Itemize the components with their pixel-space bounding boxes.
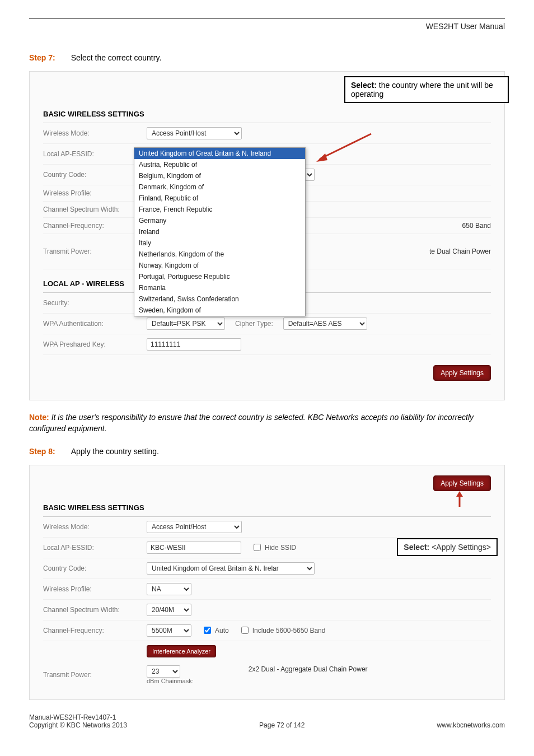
psk-label: WPA Preshared Key:	[43, 340, 147, 348]
footer-copyright: Copyright © KBC Networks 2013	[29, 721, 127, 729]
country-code-label: Country Code:	[43, 564, 147, 572]
footer-url: www.kbcnetworks.com	[437, 721, 505, 729]
auto-label: Auto	[215, 627, 229, 634]
svg-marker-2	[456, 491, 463, 497]
csw-label: Channel Spectrum Width:	[43, 606, 147, 614]
wireless-profile-label: Wireless Profile:	[43, 585, 147, 593]
country-code-label: Country Code:	[43, 171, 147, 179]
country-option[interactable]: United Kingdom of Great Britain & N. Ire…	[134, 148, 305, 159]
country-dropdown-list[interactable]: United Kingdom of Great Britain & N. Ire…	[134, 147, 306, 316]
country-option[interactable]: France, French Republic	[134, 204, 305, 215]
step8-text: Apply the country setting.	[71, 447, 159, 456]
note-label: Note:	[29, 413, 49, 422]
step7-label: Step 7:	[29, 53, 55, 62]
wireless-mode-label: Wireless Mode:	[43, 129, 147, 137]
apply-settings-button[interactable]: Apply Settings	[433, 475, 491, 491]
section-basic-wireless: BASIC WIRELESS SETTINGS	[43, 499, 491, 517]
hide-ssid-label: Hide SSID	[265, 544, 296, 552]
callout-apply-settings: Select: <Apply Settings>	[397, 538, 498, 556]
country-code-select[interactable]: United Kingdom of Great Britain & N. Ire…	[147, 562, 315, 575]
country-option[interactable]: Austria, Republic of	[134, 159, 305, 170]
interference-analyzer-button[interactable]: Interference Analyzer	[147, 645, 216, 657]
note-body: It is the user's responsibility to ensur…	[29, 413, 474, 433]
include-band-label: Include 5600-5650 Band	[252, 627, 326, 634]
essid-label: Local AP-ESSID:	[43, 150, 147, 158]
wpa-auth-label: WPA Authentication:	[43, 320, 147, 328]
step8-label: Step 8:	[29, 447, 55, 456]
cf-select[interactable]: 5500M	[147, 624, 191, 637]
cipher-label: Cipher Type:	[235, 320, 273, 328]
hide-ssid-checkbox[interactable]	[254, 544, 261, 551]
country-option[interactable]: Sweden, Kingdom of	[134, 305, 305, 316]
country-option[interactable]: Switzerland, Swiss Confederation	[134, 293, 305, 305]
country-option[interactable]: Denmark, Kingdom of	[134, 181, 305, 193]
country-option[interactable]: Finland, Republic of	[134, 193, 305, 204]
footer-page: Page 72 of 142	[259, 721, 305, 729]
security-label: Security:	[43, 299, 147, 307]
callout-select-country: Select: the country where the unit will …	[344, 76, 509, 103]
chainmask-label: dBm Chainmask:	[147, 678, 194, 684]
aggregate-power-text: 2x2 Dual - Aggregate Dual Chain Power	[249, 665, 368, 673]
include-band-checkbox[interactable]	[241, 627, 249, 634]
wireless-mode-select[interactable]: Access Point/Host	[147, 521, 242, 533]
country-option[interactable]: Belgium, Kingdom of	[134, 170, 305, 181]
chainpower-text: te Dual Chain Power	[429, 248, 491, 255]
band-text: 650 Band	[462, 222, 491, 230]
svg-marker-0	[316, 153, 327, 162]
essid-label: Local AP-ESSID:	[43, 544, 147, 552]
country-option[interactable]: Germany	[134, 215, 305, 226]
step7-text: Select the correct country.	[71, 53, 162, 62]
csw-label: Channel Spectrum Width:	[43, 206, 147, 213]
wpa-auth-select[interactable]: Default=PSK PSK	[147, 318, 225, 330]
cf-label: Channel-Frequency:	[43, 222, 147, 230]
country-option[interactable]: Ireland	[134, 226, 305, 237]
doc-title: WES2HT User Manual	[29, 22, 505, 31]
tp-select[interactable]: 23	[147, 665, 180, 678]
apply-settings-button[interactable]: Apply Settings	[433, 365, 491, 381]
tp-label: Transmit Power:	[43, 671, 147, 679]
wireless-mode-label: Wireless Mode:	[43, 523, 147, 531]
arrow-up-icon	[454, 491, 465, 508]
section-basic-wireless: BASIC WIRELESS SETTINGS	[43, 105, 491, 123]
cipher-select[interactable]: Default=AES AES	[283, 318, 367, 330]
wireless-profile-select[interactable]: NA	[147, 583, 191, 595]
tp-label: Transmit Power:	[43, 248, 147, 255]
wireless-profile-label: Wireless Profile:	[43, 189, 147, 197]
country-option[interactable]: Italy	[134, 237, 305, 249]
auto-checkbox[interactable]	[204, 627, 211, 634]
country-option[interactable]: Romania	[134, 282, 305, 293]
arrow-icon	[310, 131, 377, 170]
csw-select[interactable]: 20/40M	[147, 604, 191, 616]
psk-input[interactable]	[147, 338, 241, 351]
country-option[interactable]: Portugal, Portuguese Republic	[134, 271, 305, 282]
country-option[interactable]: Norway, Kingdom of	[134, 260, 305, 271]
essid-input[interactable]	[147, 542, 241, 554]
footer-manual-id: Manual-WES2HT-Rev1407-1	[29, 713, 127, 721]
wireless-mode-select[interactable]: Access Point/Host	[147, 127, 242, 139]
country-option[interactable]: Netherlands, Kingdom of the	[134, 249, 305, 260]
cf-label: Channel-Frequency:	[43, 627, 147, 634]
